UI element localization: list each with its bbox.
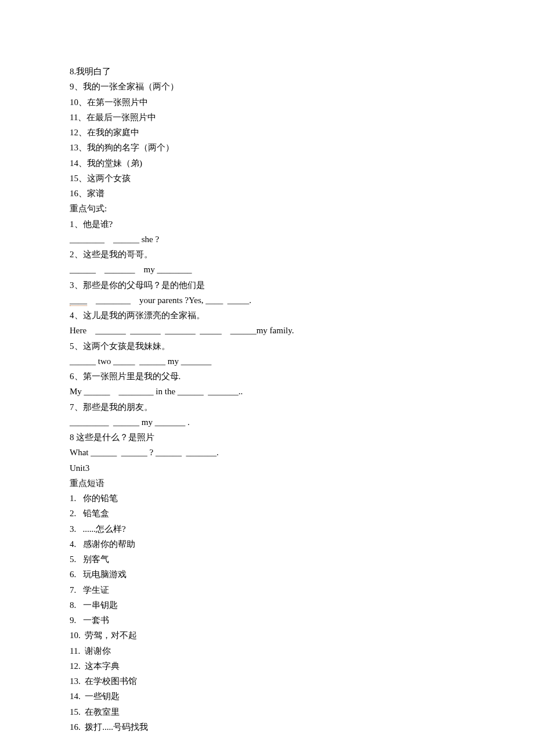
text-line: 7. 学生证 [70,582,464,597]
text-line: 重点句式: [70,201,464,216]
text-line: 16、家谱 [70,186,464,201]
text-line: 5、这两个女孩是我妹妹。 [70,339,464,354]
text-line: 8. 一串钥匙 [70,597,464,613]
document-page: 8.我明白了9、我的一张全家福（两个）10、在第一张照片中11、在最后一张照片中… [0,0,534,756]
text-line: ________ ______ she ? [70,232,464,247]
text-line: 11、在最后一张照片中 [70,110,464,125]
text-line: ______ _______ my ________ [70,262,464,277]
text-line: 16. 拨打.....号码找我 [70,719,464,735]
text-line: 7、那些是我的朋友。 [70,399,464,415]
text-line: 3. ......怎么样? [70,521,464,537]
text-line: Here _______ _______ _______ _____ _____… [70,323,464,338]
text-line: 15、这两个女孩 [70,171,464,186]
text-line: 5. 别客气 [70,552,464,567]
text-line: 8.我明白了 [70,64,464,79]
text-line: 3、那些是你的父母吗？是的他们是 [70,278,464,293]
text-line: 14、我的堂妹（弟) [70,156,464,171]
text-line: 13、我的狗的名字（两个） [70,140,464,155]
text-line: 8 这些是什么？是照片 [70,430,464,445]
text-line: My ______ ________ in the ______ _______… [70,384,464,399]
text-line: ______ two _____ ______ my _______ [70,354,464,369]
document-content: 8.我明白了9、我的一张全家福（两个）10、在第一张照片中11、在最后一张照片中… [70,64,464,735]
text-span: ________ your parents ?Yes, ____ _____. [87,296,251,305]
text-line: 4、这儿是我的两张漂亮的全家福。 [70,308,464,323]
text-line: 4. 感谢你的帮助 [70,537,464,552]
text-line: 重点短语 [70,476,464,491]
text-line: 2. 铅笔盒 [70,506,464,521]
text-line: 9. 一套书 [70,613,464,628]
text-line: 10. 劳驾，对不起 [70,628,464,643]
text-line: 6. 玩电脑游戏 [70,567,464,582]
text-line: _________ ______ my _______ . [70,415,464,430]
text-line: Unit3 [70,460,464,476]
text-line: 12. 这本字典 [70,658,464,674]
text-line: 9、我的一张全家福（两个） [70,79,464,94]
text-line: 2、这些是我的哥哥。 [70,247,464,262]
text-line: What ______ ______ ? ______ _______. [70,445,464,460]
text-line: 13. 在学校图书馆 [70,674,464,689]
text-line: 15. 在教室里 [70,704,464,719]
text-line: ____ ________ your parents ?Yes, ____ __… [70,293,464,308]
text-line: 10、在第一张照片中 [70,95,464,110]
text-line: 1、他是谁? [70,217,464,232]
dotted-blank: ____ [70,296,87,306]
text-line: 1. 你的铅笔 [70,491,464,506]
text-line: 6、第一张照片里是我的父母. [70,369,464,384]
text-line: 14. 一些钥匙 [70,689,464,704]
text-line: 12、在我的家庭中 [70,125,464,140]
text-line: 11. 谢谢你 [70,643,464,658]
